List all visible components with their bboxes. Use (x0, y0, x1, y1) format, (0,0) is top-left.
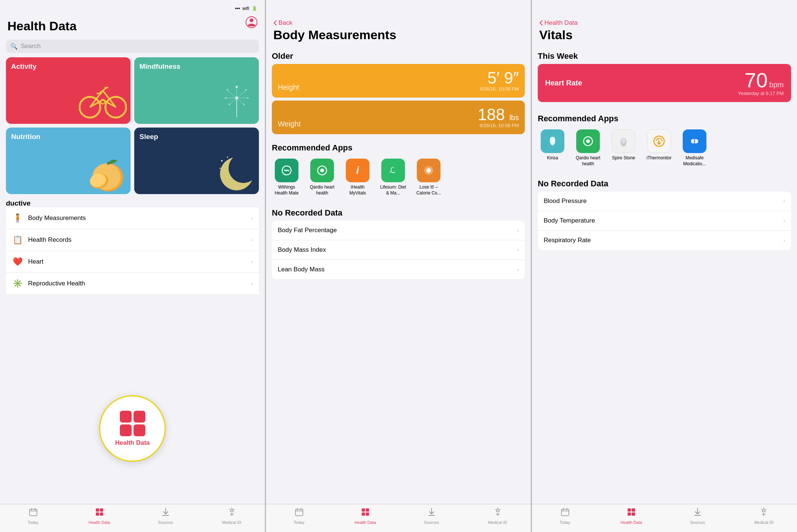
tab-sources-3[interactable]: Sources (665, 507, 731, 525)
medical-id-icon-3 (759, 507, 769, 519)
app-loseit[interactable]: Lose It! – Calorie Co... (414, 159, 443, 196)
app-lifesum[interactable]: ℒ Lifesum: Diet & Ma... (378, 159, 408, 196)
svg-point-28 (243, 104, 245, 105)
battery-icon: 🔋 (251, 6, 257, 11)
svg-point-25 (225, 97, 226, 99)
back-label-3: Health Data (544, 19, 578, 27)
nutrition-peach-icon (86, 152, 127, 192)
health-records-icon: 📋 (12, 234, 23, 245)
heart-rate-date: Yesterday at 6:17 PM (738, 91, 784, 96)
svg-point-26 (247, 97, 249, 99)
category-mindfulness[interactable]: Mindfulness (134, 57, 259, 124)
svg-point-24 (245, 89, 247, 91)
no-recorded-list-3: Blood Pressure › Body Temperature › Resp… (538, 192, 791, 250)
loseit-name: Lose It! – Calorie Co... (415, 184, 442, 196)
heart-rate-card[interactable]: Heart Rate 70 bpm Yesterday at 6:17 PM (538, 64, 791, 102)
qardio-icon-3 (576, 129, 600, 153)
back-button-3[interactable]: Health Data (539, 19, 790, 27)
panel-vitals: Health Data Vitals This Week Heart Rate … (532, 0, 797, 532)
activity-label: Activity (11, 62, 37, 71)
height-card[interactable]: Height 5′ 9″ 9/28/16, 10:08 PM (272, 64, 525, 98)
medisafe-icon (683, 129, 706, 153)
svg-line-17 (227, 91, 237, 98)
app-kinsa[interactable]: Kinsa (538, 129, 567, 167)
app-withings[interactable]: Withings Health Mate (272, 159, 301, 196)
health-records-label: Health Records (28, 236, 246, 244)
heart-rate-label: Heart Rate (545, 79, 582, 87)
callout-dot-4 (134, 424, 145, 436)
svg-rect-61 (362, 512, 365, 516)
callout-dot-3 (120, 424, 132, 436)
lean-body-item[interactable]: Lean Body Mass › (272, 260, 525, 279)
list-item-body-measurements[interactable]: 🧍 Body Measurements › (6, 207, 259, 229)
reproductive-partial-label: ductive (0, 198, 265, 207)
tab-health-data-3[interactable]: Health Data (598, 507, 664, 525)
heart-rate-value: 70 (744, 68, 767, 92)
body-measurements-chevron: › (251, 215, 253, 221)
bmi-item[interactable]: Body Mass Index › (272, 240, 525, 260)
height-value-group: 5′ 9″ 9/28/16, 10:08 PM (480, 70, 519, 92)
blood-pressure-item[interactable]: Blood Pressure › (538, 192, 791, 211)
svg-line-22 (237, 98, 244, 104)
ihealth-icon: i (346, 159, 369, 182)
app-spire[interactable]: Spire Stone (609, 129, 638, 167)
kinsa-name: Kinsa (547, 155, 558, 161)
weight-card[interactable]: Weight 188 lbs 9/28/16, 10:08 PM (272, 101, 525, 134)
reproductive-chevron: › (251, 280, 253, 287)
tab-health-data-2[interactable]: Health Data (332, 507, 398, 525)
page-title-1: Health Data (7, 19, 257, 33)
heart-rate-left: Heart Rate (545, 79, 582, 87)
app-ihealth[interactable]: i iHealth MyVitals (343, 159, 372, 196)
category-sleep[interactable]: Sleep (134, 128, 259, 194)
body-temp-item[interactable]: Body Temperature › (538, 211, 791, 231)
withings-icon (275, 159, 298, 182)
profile-icon[interactable] (246, 16, 257, 31)
heart-rate-unit: bpm (769, 81, 784, 89)
scroll-area-2[interactable]: Older Height 5′ 9″ 9/28/16, 10:08 PM Wei… (266, 45, 531, 504)
tab-today-3[interactable]: Today (532, 507, 598, 525)
search-icon: 🔍 (10, 43, 18, 50)
tab-medical-id-1[interactable]: Medical ID (199, 507, 265, 525)
height-date: 9/28/16, 10:08 PM (480, 86, 519, 92)
health-data-callout: Health Data (99, 395, 166, 462)
svg-point-71 (658, 142, 661, 145)
list-item-heart[interactable]: ❤️ Heart › (6, 251, 259, 273)
svg-point-38 (220, 168, 221, 169)
health-data-icon-3 (627, 507, 636, 519)
search-placeholder: Search (21, 43, 41, 50)
tab-medical-id-3[interactable]: Medical ID (731, 507, 797, 525)
tab-bar-2: Today Health Data Sources (266, 504, 531, 532)
list-item-health-records[interactable]: 📋 Health Records › (6, 229, 259, 251)
older-section-title: Older (266, 45, 531, 64)
app-ithermonitor[interactable]: iThermonitor (644, 129, 674, 167)
list-item-reproductive[interactable]: ✳️ Reproductive Health › (6, 273, 259, 294)
qardio-name-2: Qardio heart health (309, 184, 335, 196)
tab-health-data-1[interactable]: Health Data (66, 507, 132, 525)
back-button-2[interactable]: Back (273, 19, 523, 27)
category-activity[interactable]: Activity (6, 57, 131, 124)
tab-today-2[interactable]: Today (266, 507, 332, 525)
resp-rate-item[interactable]: Respiratory Rate › (538, 231, 791, 250)
svg-rect-62 (366, 512, 369, 516)
app-medisafe[interactable]: Medisafe Medicatio... (680, 129, 709, 167)
category-nutrition[interactable]: Nutrition (6, 128, 131, 194)
tab-medical-id-2[interactable]: Medical ID (465, 507, 531, 525)
svg-point-23 (227, 89, 228, 91)
app-qardio-2[interactable]: Qardio heart health (307, 159, 337, 196)
app-qardio-3[interactable]: Qardio heart health (573, 129, 603, 167)
page-title-3: Vitals (539, 28, 790, 42)
body-fat-chevron: › (517, 227, 519, 234)
heart-label: Heart (28, 258, 246, 265)
scroll-area-3[interactable]: This Week Heart Rate 70 bpm Yesterday at… (532, 45, 797, 504)
tab-health-data-label-3: Health Data (621, 520, 642, 525)
ihealth-name: iHealth MyVitals (344, 184, 371, 196)
tab-sources-2[interactable]: Sources (398, 507, 465, 525)
tab-sources-1[interactable]: Sources (132, 507, 199, 525)
tab-today-label-2: Today (294, 520, 304, 525)
body-fat-item[interactable]: Body Fat Percentage › (272, 221, 525, 240)
kinsa-icon (541, 129, 564, 153)
search-bar[interactable]: 🔍 Search (6, 40, 259, 53)
tab-today-1[interactable]: Today (0, 507, 66, 525)
this-week-title: This Week (532, 45, 797, 64)
weight-date: 9/28/16, 10:08 PM (478, 123, 519, 128)
